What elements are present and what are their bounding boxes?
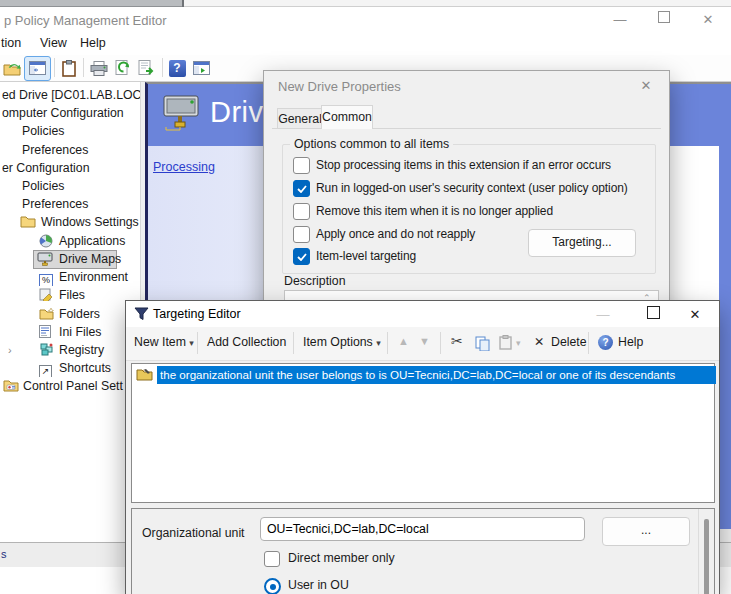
tree-item-ini-files[interactable]: Ini Files [0, 323, 140, 341]
tree-item-registry[interactable]: › Registry [0, 341, 140, 359]
drive-maps-header-icon [158, 94, 202, 132]
targeting-button[interactable]: Targeting... [528, 229, 636, 257]
minimize-button[interactable]: — [612, 12, 628, 28]
checkbox-checked-icon[interactable] [293, 180, 310, 197]
export-list-icon[interactable] [137, 58, 157, 78]
toolbar-separator [83, 58, 84, 77]
toolbar-separator [293, 332, 294, 354]
delete-button[interactable]: Delete [551, 335, 587, 349]
tree-item-drive-maps[interactable]: Drive Maps [0, 250, 140, 268]
tree-item-root[interactable]: ed Drive [DC01.LAB.LOCA [0, 86, 140, 104]
maximize-button[interactable] [656, 11, 672, 27]
drive-maps-icon [37, 252, 53, 266]
tree-item-policies-user[interactable]: Policies [0, 177, 140, 195]
move-down-icon[interactable]: ▼ [419, 335, 430, 347]
tree-item-preferences[interactable]: Preferences [0, 141, 140, 159]
item-options-button[interactable]: Item Options ▾ [303, 335, 381, 349]
option-stop-processing[interactable]: Stop processing items in this extension … [293, 157, 643, 174]
close-icon[interactable]: ✕ [638, 78, 654, 94]
move-up-icon[interactable]: ▲ [398, 335, 409, 347]
refresh-icon[interactable] [113, 58, 133, 78]
new-item-button[interactable]: New Item ▾ [134, 335, 194, 349]
processing-link[interactable]: Processing [153, 160, 215, 174]
targeting-editor-titlebar: Targeting Editor — ✕ [126, 301, 719, 327]
panel-vertical-scrollbar[interactable] [698, 509, 714, 594]
paste-icon[interactable] [499, 335, 512, 350]
help-icon[interactable]: ? [167, 58, 187, 78]
funnel-icon [134, 307, 149, 321]
toolbar-separator [197, 332, 198, 354]
tree-item-preferences-user[interactable]: Preferences [0, 195, 140, 213]
dialog-title: New Drive Properties [278, 79, 401, 94]
scrollbar-thumb[interactable] [704, 519, 709, 594]
folder-arrow-icon[interactable] [2, 58, 22, 78]
radio-selected-icon[interactable] [264, 578, 281, 594]
tree-item-environment[interactable]: % Environment [0, 268, 140, 286]
menu-view[interactable]: View [40, 36, 67, 50]
option-run-in-user-context[interactable]: Run in logged-on user's security context… [293, 180, 643, 197]
tab-common[interactable]: Common [321, 105, 373, 129]
print-icon[interactable] [89, 58, 109, 78]
help-button[interactable]: Help [618, 335, 643, 349]
menu-help[interactable]: Help [80, 36, 106, 50]
control-panel-folder-icon [3, 379, 19, 392]
new-window-icon[interactable] [191, 58, 211, 78]
expand-chevron-icon[interactable]: › [8, 341, 12, 359]
background-window-edge-right [184, 0, 731, 7]
menu-action[interactable]: tion [1, 36, 21, 50]
status-text: s [1, 548, 7, 560]
description-label: Description [284, 274, 346, 288]
tree-item-control-panel-settings[interactable]: Control Panel Sett [0, 377, 140, 395]
clipboard-icon[interactable] [59, 58, 79, 78]
checkbox-checked-icon[interactable] [293, 248, 310, 265]
targeting-items-list[interactable]: the organizational unit the user belongs… [131, 363, 715, 503]
tree-item-policies[interactable]: Policies [0, 122, 140, 140]
selected-targeting-item[interactable]: the organizational unit the user belongs… [157, 366, 716, 384]
folder-icon [20, 215, 36, 228]
copy-icon[interactable] [475, 336, 490, 351]
delete-x-icon[interactable]: ✕ [534, 335, 544, 349]
paste-dropdown-icon[interactable]: ▾ [516, 335, 521, 349]
tree-item-windows-settings[interactable]: Windows Settings [0, 213, 140, 231]
close-button[interactable]: ✕ [700, 12, 716, 28]
browse-button[interactable]: ... [602, 517, 690, 546]
dropdown-icon: ▾ [189, 338, 194, 348]
checkbox-unchecked-icon[interactable] [264, 551, 280, 567]
checkbox-unchecked-icon[interactable] [293, 226, 310, 243]
menubar: tion View Help [0, 33, 731, 55]
window-title: p Policy Management Editor [4, 13, 167, 28]
groupbox-title: Options common to all items [290, 137, 453, 151]
organizational-unit-label: Organizational unit [142, 526, 245, 540]
tree-item-computer-configuration[interactable]: omputer Configuration [0, 104, 140, 122]
option-remove-when-not-applied[interactable]: Remove this item when it is no longer ap… [293, 203, 643, 220]
toolbar-separator [387, 332, 388, 354]
maximize-button[interactable] [644, 306, 662, 321]
ou-item-icon [136, 367, 153, 381]
help-icon[interactable]: ? [598, 335, 613, 350]
tree-item-shortcuts[interactable]: ↗ Shortcuts [0, 359, 140, 377]
tree-item-folders[interactable]: Folders [0, 305, 140, 323]
shortcuts-icon: ↗ [39, 361, 52, 377]
tab-general[interactable]: General [277, 108, 323, 129]
applications-icon [39, 234, 53, 248]
toolbar-separator [588, 332, 589, 354]
targeting-editor-dialog: Targeting Editor — ✕ New Item ▾ Add Coll… [125, 300, 720, 594]
cut-icon[interactable]: ✂ [451, 333, 463, 349]
checkbox-unchecked-icon[interactable] [293, 157, 310, 174]
tree-item-applications[interactable]: Applications [0, 232, 140, 250]
tree-item-user-configuration[interactable]: er Configuration [0, 159, 140, 177]
toolbar-separator [162, 58, 163, 77]
checkbox-unchecked-icon[interactable] [293, 203, 310, 220]
close-button[interactable]: ✕ [686, 307, 704, 322]
console-tree: ed Drive [DC01.LAB.LOCA omputer Configur… [0, 82, 141, 542]
add-collection-button[interactable]: Add Collection [207, 335, 286, 349]
folders-icon [39, 307, 54, 320]
main-titlebar: p Policy Management Editor — ✕ [0, 7, 731, 33]
toolbar-separator [54, 58, 55, 77]
tree-item-files[interactable]: Files [0, 286, 140, 304]
organizational-unit-input[interactable] [260, 517, 585, 541]
console-tree-icon[interactable] [27, 58, 47, 78]
minimize-button[interactable]: — [594, 307, 612, 322]
dropdown-icon: ▾ [376, 338, 381, 348]
registry-icon [39, 342, 54, 356]
